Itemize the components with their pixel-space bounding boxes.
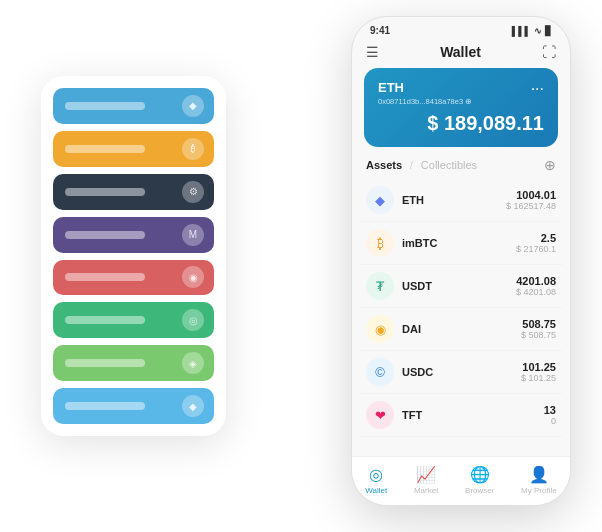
- wallet-card-row[interactable]: ◈: [53, 345, 214, 381]
- card-icon: ◎: [182, 309, 204, 331]
- tab-assets[interactable]: Assets: [366, 159, 402, 171]
- asset-usd: $ 162517.48: [506, 201, 556, 211]
- card-label: [65, 316, 145, 324]
- eth-balance: $ 189,089.11: [378, 112, 544, 135]
- nav-icon-0: ◎: [369, 465, 383, 484]
- tab-collectibles[interactable]: Collectibles: [421, 159, 477, 171]
- nav-item-wallet[interactable]: ◎Wallet: [365, 465, 387, 495]
- asset-usd: $ 21760.1: [516, 244, 556, 254]
- asset-amount: 101.25: [521, 361, 556, 373]
- asset-usd: $ 4201.08: [516, 287, 556, 297]
- add-asset-icon[interactable]: ⊕: [544, 157, 556, 173]
- eth-address: 0x08711d3b...8418a78e3 ⊕: [378, 97, 472, 106]
- nav-label-2: Browser: [465, 486, 494, 495]
- eth-ticker: ETH: [378, 80, 472, 95]
- asset-values: 2.5$ 21760.1: [516, 232, 556, 254]
- asset-item[interactable]: ❤TFT130: [360, 394, 562, 437]
- nav-item-my-profile[interactable]: 👤My Profile: [521, 465, 557, 495]
- asset-name: imBTC: [402, 237, 516, 249]
- card-label: [65, 188, 145, 196]
- asset-item[interactable]: ◉DAI508.75$ 508.75: [360, 308, 562, 351]
- assets-tabs: Assets / Collectibles ⊕: [352, 157, 570, 179]
- header-title: Wallet: [440, 44, 481, 60]
- eth-card[interactable]: ETH 0x08711d3b...8418a78e3 ⊕ ··· $ 189,0…: [364, 68, 558, 147]
- wallet-card-row[interactable]: ◆: [53, 88, 214, 124]
- asset-icon: ©: [366, 358, 394, 386]
- eth-card-dots[interactable]: ···: [531, 80, 544, 98]
- asset-name: ETH: [402, 194, 506, 206]
- asset-list: ◆ETH1004.01$ 162517.48₿imBTC2.5$ 21760.1…: [352, 179, 570, 456]
- nav-item-browser[interactable]: 🌐Browser: [465, 465, 494, 495]
- asset-values: 130: [544, 404, 556, 426]
- status-icons: ▌▌▌ ∿ ▊: [512, 26, 552, 36]
- card-icon: M: [182, 224, 204, 246]
- asset-values: 101.25$ 101.25: [521, 361, 556, 383]
- asset-amount: 2.5: [516, 232, 556, 244]
- asset-amount: 1004.01: [506, 189, 556, 201]
- card-label: [65, 102, 145, 110]
- card-label: [65, 273, 145, 281]
- nav-label-3: My Profile: [521, 486, 557, 495]
- asset-amount: 508.75: [521, 318, 556, 330]
- asset-usd: 0: [544, 416, 556, 426]
- asset-amount: 4201.08: [516, 275, 556, 287]
- card-icon: ⚙: [182, 181, 204, 203]
- wallet-card-row[interactable]: ◉: [53, 260, 214, 296]
- nav-item-market[interactable]: 📈Market: [414, 465, 438, 495]
- eth-card-info: ETH 0x08711d3b...8418a78e3 ⊕: [378, 80, 472, 106]
- status-time: 9:41: [370, 25, 390, 36]
- asset-amount: 13: [544, 404, 556, 416]
- asset-usd: $ 508.75: [521, 330, 556, 340]
- asset-item[interactable]: ₮USDT4201.08$ 4201.08: [360, 265, 562, 308]
- expand-icon[interactable]: ⛶: [542, 44, 556, 60]
- asset-icon: ₮: [366, 272, 394, 300]
- main-scene: ◆₿⚙M◉◎◈◆ 9:41 ▌▌▌ ∿ ▊ ☰ Wallet ⛶ ETH 0x: [21, 16, 581, 516]
- wallet-card-row[interactable]: M: [53, 217, 214, 253]
- asset-usd: $ 101.25: [521, 373, 556, 383]
- phone-mockup: 9:41 ▌▌▌ ∿ ▊ ☰ Wallet ⛶ ETH 0x08711d3b..…: [351, 16, 571, 506]
- asset-name: TFT: [402, 409, 544, 421]
- asset-icon: ₿: [366, 229, 394, 257]
- nav-icon-3: 👤: [529, 465, 549, 484]
- bottom-nav: ◎Wallet📈Market🌐Browser👤My Profile: [352, 456, 570, 505]
- card-icon: ₿: [182, 138, 204, 160]
- card-label: [65, 145, 145, 153]
- card-label: [65, 231, 145, 239]
- status-bar: 9:41 ▌▌▌ ∿ ▊: [352, 17, 570, 40]
- battery-icon: ▊: [545, 26, 552, 36]
- wallet-card-row[interactable]: ◆: [53, 388, 214, 424]
- wallet-cards-panel: ◆₿⚙M◉◎◈◆: [41, 76, 226, 436]
- asset-values: 4201.08$ 4201.08: [516, 275, 556, 297]
- wallet-card-row[interactable]: ◎: [53, 302, 214, 338]
- card-icon: ◆: [182, 95, 204, 117]
- nav-icon-1: 📈: [416, 465, 436, 484]
- asset-values: 508.75$ 508.75: [521, 318, 556, 340]
- wallet-card-row[interactable]: ⚙: [53, 174, 214, 210]
- nav-label-0: Wallet: [365, 486, 387, 495]
- tab-divider: /: [410, 160, 413, 171]
- signal-icon: ▌▌▌: [512, 26, 531, 36]
- asset-icon: ◉: [366, 315, 394, 343]
- card-icon: ◈: [182, 352, 204, 374]
- asset-name: USDT: [402, 280, 516, 292]
- asset-name: DAI: [402, 323, 521, 335]
- asset-icon: ❤: [366, 401, 394, 429]
- asset-item[interactable]: ©USDC101.25$ 101.25: [360, 351, 562, 394]
- app-header: ☰ Wallet ⛶: [352, 40, 570, 68]
- eth-card-header: ETH 0x08711d3b...8418a78e3 ⊕ ···: [378, 80, 544, 106]
- card-label: [65, 402, 145, 410]
- asset-item[interactable]: ◆ETH1004.01$ 162517.48: [360, 179, 562, 222]
- card-label: [65, 359, 145, 367]
- asset-icon: ◆: [366, 186, 394, 214]
- wifi-icon: ∿: [534, 26, 542, 36]
- nav-icon-2: 🌐: [470, 465, 490, 484]
- wallet-card-row[interactable]: ₿: [53, 131, 214, 167]
- asset-name: USDC: [402, 366, 521, 378]
- menu-icon[interactable]: ☰: [366, 44, 379, 60]
- asset-values: 1004.01$ 162517.48: [506, 189, 556, 211]
- tabs-left: Assets / Collectibles: [366, 159, 477, 171]
- nav-label-1: Market: [414, 486, 438, 495]
- asset-item[interactable]: ₿imBTC2.5$ 21760.1: [360, 222, 562, 265]
- card-icon: ◆: [182, 395, 204, 417]
- card-icon: ◉: [182, 266, 204, 288]
